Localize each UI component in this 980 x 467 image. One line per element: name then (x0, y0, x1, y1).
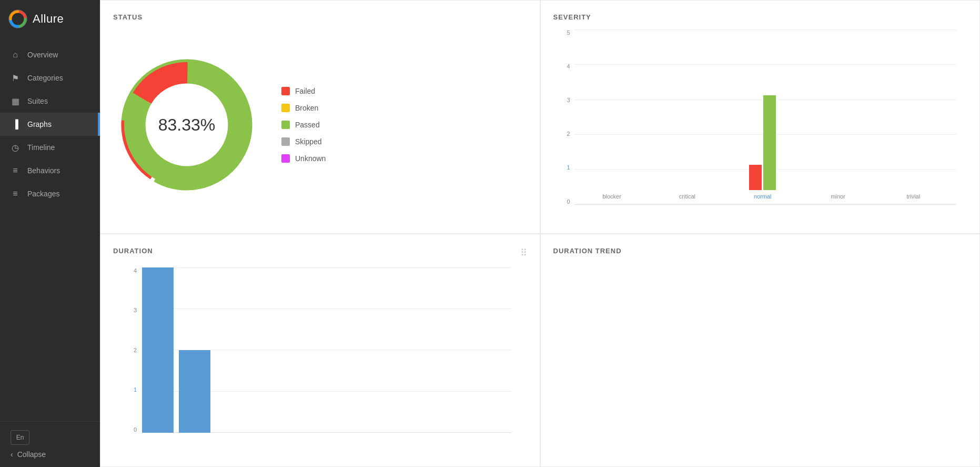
packages-icon: ≡ (11, 189, 20, 198)
duration-trend-title: DURATION TREND (553, 247, 967, 255)
status-legend: Failed Broken Passed Skipped Unknown (281, 87, 326, 163)
duration-bar-2 (179, 350, 210, 433)
sidebar-nav: ⌂ Overview ⚑ Categories ▦ Suites ▐ Graph… (0, 38, 100, 421)
severity-title: SEVERITY (553, 13, 967, 21)
duration-trend-panel: DURATION TREND (540, 234, 981, 468)
legend-item-passed: Passed (281, 121, 326, 129)
dur-y-0: 0 (113, 426, 142, 433)
duration-panel: DURATION ⠿ 0 1 2 3 4 (100, 234, 540, 468)
y-label-2: 2 (553, 131, 574, 137)
legend-label-unknown: Unknown (295, 154, 326, 163)
sidebar-item-label: Overview (27, 51, 58, 59)
legend-item-unknown: Unknown (281, 154, 326, 163)
duration-bars-container (142, 267, 511, 433)
sidebar-item-label: Packages (27, 190, 59, 198)
main-content: STATUS (100, 0, 980, 467)
briefcase-icon: ▦ (11, 96, 20, 106)
sidebar-bottom: En ‹ Collapse (0, 421, 100, 467)
logo: Allure (0, 0, 100, 38)
collapse-label: Collapse (17, 450, 46, 459)
bar-normal-green (763, 95, 776, 190)
status-panel: STATUS (100, 0, 540, 234)
bar-label-critical: critical (679, 193, 695, 200)
dur-y-4: 4 (113, 267, 142, 274)
sidebar-item-label: Behaviors (27, 166, 60, 175)
collapse-button[interactable]: ‹ Collapse (11, 450, 89, 459)
sidebar: Allure ⌂ Overview ⚑ Categories ▦ Suites … (0, 0, 100, 467)
legend-color-unknown (281, 154, 290, 163)
sidebar-item-graphs[interactable]: ▐ Graphs (0, 113, 100, 136)
duration-title: DURATION (113, 247, 527, 255)
legend-color-failed (281, 87, 290, 95)
home-icon: ⌂ (11, 50, 20, 59)
duration-drag-handle[interactable]: ⠿ (520, 247, 527, 259)
bar-label-minor: minor (831, 193, 845, 200)
severity-x-axis (574, 204, 957, 205)
dur-y-3: 3 (113, 307, 142, 313)
sidebar-item-label: Categories (27, 74, 63, 82)
chevron-left-icon: ‹ (11, 450, 13, 459)
y-label-3: 3 (553, 97, 574, 103)
bar-group-normal: normal (725, 35, 800, 200)
severity-bars-container: blocker critical normal (574, 35, 952, 200)
y-label-0: 0 (553, 198, 574, 205)
donut-chart: 83.33% (113, 51, 260, 198)
legend-label-broken: Broken (295, 104, 318, 112)
flag-icon: ⚑ (11, 73, 20, 83)
legend-color-passed (281, 121, 290, 129)
severity-y-axis: 0 1 2 3 4 5 (553, 29, 574, 205)
clock-icon: ◷ (11, 143, 20, 152)
duration-y-axis: 0 1 2 3 4 (113, 267, 142, 433)
legend-label-passed: Passed (295, 121, 320, 129)
sidebar-item-label: Suites (27, 97, 48, 105)
bar-chart-icon: ▐ (11, 120, 20, 129)
dur-y-1: 1 (113, 386, 142, 393)
severity-content: 0 1 2 3 4 5 (553, 29, 967, 221)
logo-text: Allure (33, 12, 64, 26)
bar-group-trivial: trivial (876, 35, 951, 200)
bar-group-critical: critical (650, 35, 725, 200)
language-button[interactable]: En (11, 430, 29, 445)
severity-panel: SEVERITY 0 1 2 3 4 5 (540, 0, 981, 234)
sidebar-item-overview[interactable]: ⌂ Overview (0, 43, 100, 66)
legend-item-broken: Broken (281, 104, 326, 112)
sidebar-item-packages[interactable]: ≡ Packages (0, 182, 100, 205)
bar-normal-red (749, 165, 762, 190)
sidebar-item-behaviors[interactable]: ≡ Behaviors (0, 159, 100, 182)
bar-label-trivial: trivial (907, 193, 921, 200)
dur-y-2: 2 (113, 347, 142, 353)
duration-bar-1 (142, 267, 174, 433)
legend-item-failed: Failed (281, 87, 326, 95)
donut-percentage: 83.33% (158, 115, 216, 135)
y-label-5: 5 (553, 29, 574, 36)
bar-label-normal: normal (754, 193, 772, 200)
duration-trend-content (553, 263, 967, 454)
duration-chart-area: 0 1 2 3 4 (113, 267, 527, 454)
legend-color-skipped (281, 137, 290, 146)
bar-group-blocker: blocker (574, 35, 650, 200)
sidebar-item-label: Graphs (27, 120, 52, 128)
y-label-4: 4 (553, 63, 574, 69)
bar-group-minor: minor (800, 35, 875, 200)
list-icon: ≡ (11, 166, 20, 175)
legend-color-broken (281, 104, 290, 112)
status-title: STATUS (113, 13, 527, 21)
legend-label-skipped: Skipped (295, 137, 322, 146)
allure-logo-icon (8, 9, 27, 28)
sidebar-item-label: Timeline (27, 143, 55, 152)
sidebar-item-suites[interactable]: ▦ Suites (0, 90, 100, 113)
sidebar-item-timeline[interactable]: ◷ Timeline (0, 136, 100, 159)
sidebar-item-categories[interactable]: ⚑ Categories (0, 66, 100, 90)
y-label-1: 1 (553, 164, 574, 171)
legend-label-failed: Failed (295, 87, 315, 95)
status-content: 83.33% Failed Broken Passed Skipped (113, 29, 527, 221)
legend-item-skipped: Skipped (281, 137, 326, 146)
severity-chart-area: 0 1 2 3 4 5 (553, 29, 967, 221)
bar-label-blocker: blocker (602, 193, 621, 200)
bar-normal-pair (749, 95, 776, 190)
